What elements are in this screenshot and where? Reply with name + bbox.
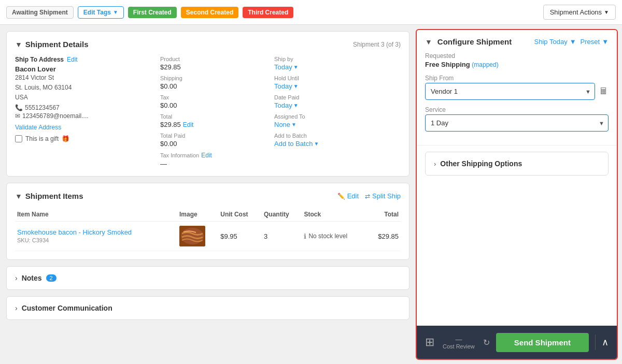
items-table: Item Name Image Unit Cost Quantity Stock… [15,208,401,251]
col-stock: Stock [302,208,366,222]
right-panel: ▼ Configure Shipment Ship Today ▼ Preset… [416,29,618,360]
price-total: Total $29.85 Edit [160,113,264,128]
ship-to-label: Ship To Address Edit [15,56,160,63]
table-row: Smokehouse bacon - Hickory Smoked SKU: C… [15,222,401,251]
edit-tags-btn[interactable]: Edit Tags ▼ [78,6,124,19]
expand-notes-icon: › [15,274,18,282]
second-created-tag[interactable]: Second Created [181,7,238,18]
split-ship-link[interactable]: ⇄ Split Ship [365,192,401,200]
expand-other-options-icon: › [434,160,436,168]
address-country: USA [15,93,160,103]
cost-dash: — [455,336,462,343]
hold-until-caret: ▼ [293,83,299,89]
split-icon: ⇄ [365,193,370,200]
items-edit-link[interactable]: ✏️ Edit [337,192,359,200]
price-shipping: Shipping $0.00 [160,75,264,90]
service-field: Service 1 Day ▼ [425,106,609,132]
hold-until-dropdown[interactable]: Today ▼ [274,82,299,90]
grid-icon: ⊞ [425,336,434,349]
shipment-details-grid: Ship To Address Edit Bacon Lover 2814 Vi… [15,56,401,168]
preset-caret: ▼ [602,38,609,46]
customer-communication-title: Customer Communication [22,304,112,312]
chevron-up-button[interactable]: ∧ [602,337,609,348]
send-shipment-button[interactable]: Send Shipment [496,333,589,352]
calculator-icon[interactable]: 🖩 [599,86,609,97]
address-column: Ship To Address Edit Bacon Lover 2814 Vi… [15,56,160,168]
cost-review-icon-group: ⊞ [425,336,434,349]
edit-tags-caret: ▼ [113,9,118,15]
item-stock: ℹ No stock level [302,222,366,251]
shipment-count: Shipment 3 (of 3) [353,41,401,48]
awaiting-tag[interactable]: Awaiting Shipment [6,6,74,19]
service-select[interactable]: 1 Day [425,114,609,132]
col-quantity: Quantity [262,208,302,222]
col-item-name: Item Name [15,208,177,222]
meta-hold-until: Hold Until Today ▼ [274,75,401,90]
gift-checkbox[interactable] [15,135,22,142]
meta-ship-by: Ship by Today ▼ [274,56,401,71]
gift-row: This is a gift 🎁 [15,135,160,142]
address-email: ✉ 123456789@noemail.... [15,112,160,120]
mapped-badge: (mapped) [472,61,498,68]
date-paid-dropdown[interactable]: Today ▼ [274,101,299,109]
first-created-tag[interactable]: First Created [128,7,177,18]
meta-column: Ship by Today ▼ Hold Until Today [264,56,401,168]
validate-address-link[interactable]: Validate Address [15,124,160,131]
shipment-items-card: ▼ Shipment Items ✏️ Edit ⇄ Split Ship [6,183,409,260]
ship-from-select[interactable]: Vendor 1 [425,83,595,100]
shipment-items-title: Shipment Items [25,192,83,200]
cost-review-text: — Cost Review [443,336,475,350]
date-paid-caret: ▼ [293,103,299,108]
address-phone: 📞 5551234567 [15,104,160,111]
configure-shipment-section: ▼ Configure Shipment Ship Today ▼ Preset… [417,30,617,145]
assigned-to-caret: ▼ [291,122,296,127]
configure-actions: Ship Today ▼ Preset ▼ [534,38,609,46]
notes-card[interactable]: › Notes 2 [6,266,409,290]
price-tax-info: Tax Information Edit — [160,152,264,168]
recipient-name: Bacon Lover [15,65,160,73]
phone-icon: 📞 [15,104,23,111]
shipment-details-card: ▼ Shipment Details Shipment 3 (of 3) Shi… [6,31,409,177]
price-tax: Tax $0.00 [160,94,264,109]
meta-date-paid: Date Paid Today ▼ [274,94,401,109]
info-icon: ℹ [304,232,306,240]
shipping-method-value: Free Shipping (mapped) [425,61,609,68]
customer-communication-card[interactable]: › Customer Communication [6,296,409,320]
collapse-shipment-details-icon[interactable]: ▼ [15,40,22,49]
collapse-configure-icon[interactable]: ▼ [425,38,432,46]
item-name-link[interactable]: Smokehouse bacon - Hickory Smoked [17,228,175,236]
top-bar: Awaiting Shipment Edit Tags ▼ First Crea… [0,0,622,25]
shipment-items-header: ▼ Shipment Items ✏️ Edit ⇄ Split Ship [15,192,401,200]
address-edit-link[interactable]: Edit [67,56,78,63]
refresh-icon[interactable]: ↻ [483,338,490,347]
service-select-wrapper: 1 Day ▼ [425,114,609,132]
item-image-cell [177,222,218,251]
other-shipping-options-card[interactable]: › Other Shipping Options [425,152,609,176]
preset-button[interactable]: Preset ▼ [581,38,609,46]
ship-today-button[interactable]: Ship Today ▼ [534,38,576,46]
item-unit-cost: $9.95 [218,222,262,251]
notes-title: Notes [22,274,42,282]
bottom-bar-divider [595,334,596,350]
address-city: St. Louis, MO 63104 [15,83,160,93]
shipment-actions-button[interactable]: Shipment Actions ▼ [543,5,616,20]
tax-info-edit-link[interactable]: Edit [201,152,212,159]
ship-by-dropdown[interactable]: Today ▼ [274,63,299,71]
price-product: Product $29.85 [160,56,264,71]
item-sku: SKU: C3934 [17,237,49,243]
right-spacer [417,182,617,326]
col-image: Image [177,208,218,222]
collapse-items-icon[interactable]: ▼ [15,192,22,200]
item-quantity: 3 [262,222,302,251]
shipment-details-header: ▼ Shipment Details Shipment 3 (of 3) [15,40,401,49]
add-to-batch-dropdown[interactable]: Add to Batch ▼ [274,140,319,148]
ship-by-caret: ▼ [293,64,299,70]
col-unit-cost: Unit Cost [218,208,262,222]
ship-from-select-wrapper: Vendor 1 ▼ [425,83,595,100]
main-layout: ▼ Shipment Details Shipment 3 (of 3) Shi… [0,25,622,364]
total-edit-link[interactable]: Edit [183,121,194,128]
third-created-tag[interactable]: Third Created [243,7,293,18]
assigned-to-dropdown[interactable]: None ▼ [274,121,296,128]
ship-today-caret: ▼ [570,38,576,46]
ship-from-field: Ship From Vendor 1 ▼ 🖩 [425,75,609,100]
